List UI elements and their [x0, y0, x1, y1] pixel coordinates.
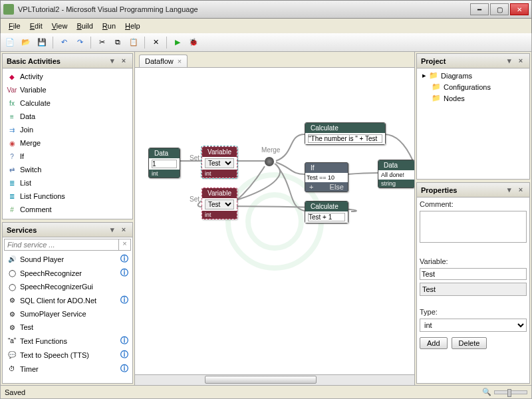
menu-view[interactable]: View — [48, 21, 72, 31]
open-icon[interactable]: 📂 — [19, 36, 33, 49]
if-condition[interactable]: Test == 10 — [305, 173, 348, 182]
pin-icon[interactable]: ▾ — [505, 186, 514, 195]
activity-item[interactable]: ◆Activity — [4, 70, 131, 83]
data-value[interactable]: All done! — [378, 170, 414, 180]
activity-item[interactable]: ?If — [4, 150, 131, 163]
node-calculate-1[interactable]: Calculate — [305, 122, 386, 145]
activity-item[interactable]: fxCalculate — [4, 96, 131, 110]
service-label: Text Functions — [20, 337, 67, 345]
pin-icon[interactable]: ▾ — [108, 57, 117, 66]
service-item[interactable]: ⚙SumoPlayer Service — [4, 307, 131, 321]
variable-input[interactable] — [420, 268, 527, 280]
node-variable-1[interactable]: Variable Test int — [201, 146, 237, 178]
project-item[interactable]: ▸ 📁 Diagrams — [418, 70, 528, 81]
service-icon: ⚙ — [7, 322, 17, 332]
node-title: Data — [149, 148, 180, 158]
calc-expr-input[interactable] — [308, 134, 382, 143]
zoom-icon[interactable]: 🔍 — [482, 388, 491, 396]
add-button[interactable]: Add — [420, 337, 448, 349]
info-icon[interactable]: ⓘ — [120, 335, 128, 346]
save-icon[interactable]: 💾 — [35, 36, 49, 49]
undo-icon[interactable]: ↶ — [57, 36, 70, 49]
service-item[interactable]: 🔊Sound Playerⓘ — [4, 252, 131, 266]
type-select[interactable]: int — [420, 319, 527, 332]
activity-item[interactable]: ⇉Join — [4, 123, 131, 136]
activity-item[interactable]: ≡Data — [4, 110, 131, 123]
activity-item[interactable]: ◉Merge — [4, 136, 131, 150]
menu-help[interactable]: Help — [121, 21, 144, 31]
basic-activities-header: Basic Activities ▾ × — [3, 54, 132, 68]
project-item[interactable]: 📁 Nodes — [418, 92, 528, 104]
service-item[interactable]: ◯SpeechRecognizerGui — [4, 280, 131, 293]
maximize-button[interactable]: ▢ — [490, 3, 509, 15]
diagram-canvas[interactable]: Data int Set Variable Test int Set Varia… — [135, 68, 414, 374]
variable-row[interactable]: Test — [420, 283, 527, 296]
zoom-slider[interactable] — [494, 390, 527, 394]
redo-icon[interactable]: ↷ — [73, 36, 86, 49]
activity-icon: ≣ — [7, 178, 17, 188]
panel-close-icon[interactable]: × — [516, 186, 525, 195]
panel-close-icon[interactable]: × — [119, 225, 128, 235]
variable-select[interactable]: Test — [205, 200, 234, 209]
paste-icon[interactable]: 📋 — [127, 36, 140, 49]
connectors — [135, 68, 414, 374]
close-button[interactable]: ✕ — [510, 3, 529, 15]
panel-close-icon[interactable]: × — [119, 57, 128, 66]
node-variable-2[interactable]: Variable Test int — [201, 188, 237, 219]
info-icon[interactable]: ⓘ — [120, 267, 128, 279]
activity-label: Comment — [20, 205, 52, 213]
service-item[interactable]: ⏱Timerⓘ — [4, 362, 131, 376]
service-label: Sound Player — [20, 255, 64, 263]
new-icon[interactable]: 📄 — [3, 36, 17, 49]
if-add-icon[interactable]: + — [309, 183, 313, 191]
activity-item[interactable]: #Comment — [4, 203, 131, 216]
node-calculate-2[interactable]: Calculate — [305, 201, 348, 223]
search-input[interactable] — [4, 239, 119, 251]
menu-edit[interactable]: Edit — [26, 21, 47, 31]
service-item[interactable]: “a”Text Functionsⓘ — [4, 334, 131, 348]
activity-item[interactable]: ⇄Switch — [4, 163, 131, 176]
pin-icon[interactable]: ▾ — [108, 225, 117, 235]
service-item[interactable]: ⚙SQL Client for ADO.Netⓘ — [4, 293, 131, 307]
cut-icon[interactable]: ✂ — [95, 36, 108, 49]
data-value-input[interactable] — [152, 160, 177, 168]
tab-close-icon[interactable]: × — [178, 57, 182, 65]
info-icon[interactable]: ⓘ — [120, 253, 128, 265]
merge-node[interactable] — [265, 157, 274, 166]
variable-select[interactable]: Test — [205, 158, 234, 168]
delete-icon[interactable]: ✕ — [149, 36, 162, 49]
node-data-1[interactable]: Data int — [148, 148, 180, 178]
menu-run[interactable]: Run — [98, 21, 120, 31]
horizontal-scrollbar[interactable] — [135, 374, 414, 385]
activity-item[interactable]: ≣List Functions — [4, 190, 131, 203]
info-icon[interactable]: ⓘ — [120, 363, 128, 374]
run-icon[interactable]: ▶ — [171, 36, 184, 49]
menu-file[interactable]: File — [5, 21, 25, 31]
info-icon[interactable]: ⓘ — [120, 349, 128, 360]
project-item[interactable]: 📁 Configurations — [418, 81, 528, 92]
set-label: Set — [190, 196, 200, 203]
services-list: 🔊Sound Playerⓘ◯SpeechRecognizerⓘ◯SpeechR… — [4, 252, 131, 376]
pin-icon[interactable]: ▾ — [505, 57, 514, 66]
tab-dataflow[interactable]: Dataflow × — [139, 55, 188, 67]
delete-button[interactable]: Delete — [452, 337, 487, 349]
activity-label: List Functions — [20, 192, 65, 200]
activity-icon: ? — [7, 151, 17, 162]
activity-item[interactable]: VarVariable — [4, 83, 131, 96]
calc-expr-input[interactable] — [308, 213, 345, 221]
service-item[interactable]: ◯SpeechRecognizerⓘ — [4, 266, 131, 280]
copy-icon[interactable]: ⧉ — [111, 36, 124, 49]
activity-item[interactable]: ≣List — [4, 176, 131, 190]
service-item[interactable]: 💬Text to Speech (TTS)ⓘ — [4, 348, 131, 362]
service-icon: ◯ — [7, 281, 17, 292]
minimize-button[interactable]: ━ — [470, 3, 489, 15]
menu-build[interactable]: Build — [72, 21, 96, 31]
clear-search-icon[interactable]: × — [119, 239, 131, 251]
panel-close-icon[interactable]: × — [516, 57, 525, 66]
service-item[interactable]: ⚙Test — [4, 321, 131, 334]
node-data-2[interactable]: Data All done! string — [378, 160, 414, 188]
debug-icon[interactable]: 🐞 — [187, 36, 200, 49]
info-icon[interactable]: ⓘ — [120, 295, 128, 306]
node-if[interactable]: If Test == 10 +Else — [305, 162, 348, 192]
comment-textarea[interactable] — [420, 211, 527, 243]
